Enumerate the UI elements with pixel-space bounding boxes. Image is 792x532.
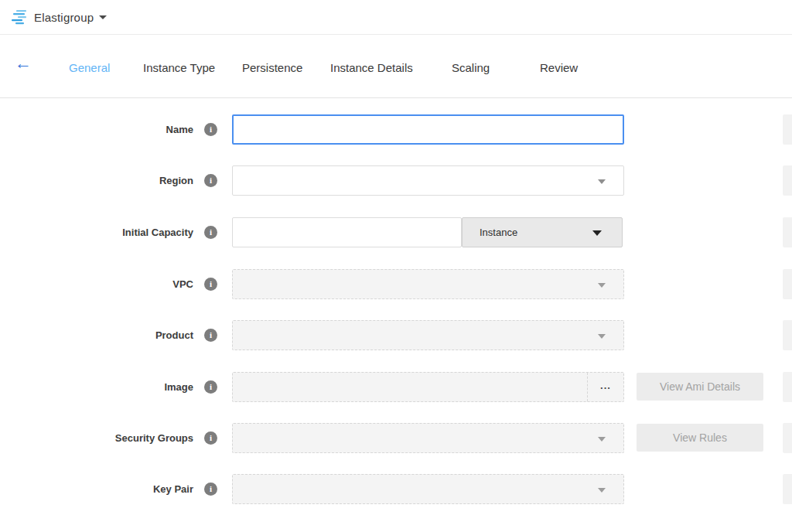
region-label: Region: [159, 165, 193, 196]
product-label: Product: [155, 320, 193, 350]
chevron-down-icon: [592, 230, 602, 236]
capacity-unit-value: Instance: [480, 218, 517, 247]
info-icon[interactable]: i: [204, 174, 217, 187]
chevron-down-icon: [598, 334, 606, 339]
clipped-edge-element: [783, 372, 792, 402]
clipped-edge-element: [783, 320, 792, 350]
form-row-product: Product i: [0, 320, 792, 350]
tab-persistence[interactable]: Persistence: [242, 61, 302, 74]
tab-instance-type[interactable]: Instance Type: [143, 61, 215, 74]
tab-review[interactable]: Review: [540, 61, 578, 74]
region-select[interactable]: [232, 165, 624, 196]
form-row-name: Name i: [0, 114, 792, 145]
image-picker-disabled: ...: [232, 372, 624, 402]
clipped-edge-element: [783, 217, 792, 247]
wizard-tab-bar: ← General Instance Type Persistence Inst…: [0, 36, 792, 98]
info-icon[interactable]: i: [204, 483, 217, 496]
form-row-initial-capacity: Initial Capacity i Instance: [0, 217, 792, 247]
vpc-select-disabled: [232, 269, 624, 299]
app-header: Elastigroup: [0, 0, 792, 35]
info-icon[interactable]: i: [204, 278, 217, 291]
chevron-down-icon: [598, 437, 606, 442]
elastigroup-create-page: Elastigroup ← General Instance Type Pers…: [0, 0, 792, 532]
tab-scaling[interactable]: Scaling: [452, 61, 490, 74]
name-input[interactable]: [234, 116, 623, 143]
info-icon[interactable]: i: [204, 123, 217, 136]
clipped-edge-element: [783, 114, 792, 145]
security-groups-label: Security Groups: [115, 423, 193, 453]
view-ami-details-button: View Ami Details: [637, 373, 763, 401]
browse-ellipsis-button: ...: [587, 373, 623, 401]
tab-instance-details[interactable]: Instance Details: [330, 61, 413, 74]
form-row-vpc: VPC i: [0, 269, 792, 299]
info-icon[interactable]: i: [204, 431, 217, 445]
clipped-edge-element: [783, 423, 792, 453]
chevron-down-icon: [598, 488, 606, 493]
security-groups-select-disabled: [232, 423, 624, 453]
elastigroup-logo-icon[interactable]: [12, 9, 29, 26]
form-row-key-pair: Key Pair i: [0, 474, 792, 504]
chevron-down-icon: [598, 179, 606, 184]
clipped-edge-element: [783, 474, 792, 504]
info-icon[interactable]: i: [204, 226, 217, 239]
initial-capacity-label: Initial Capacity: [122, 217, 193, 247]
name-label: Name: [166, 114, 193, 145]
vpc-label: VPC: [172, 269, 193, 299]
view-rules-button: View Rules: [637, 424, 763, 452]
key-pair-label: Key Pair: [153, 474, 193, 504]
initial-capacity-input-wrap: [232, 217, 462, 247]
form-row-image: Image i ... View Ami Details: [0, 372, 792, 402]
initial-capacity-input[interactable]: [233, 218, 461, 247]
chevron-down-icon: [598, 283, 606, 288]
product-switcher-caret-icon[interactable]: [99, 15, 107, 19]
clipped-edge-element: [783, 269, 792, 299]
image-label: Image: [164, 372, 193, 402]
form-row-security-groups: Security Groups i View Rules: [0, 423, 792, 453]
key-pair-select-disabled: [232, 474, 624, 504]
product-select-disabled: [232, 320, 624, 350]
name-input-wrap: [232, 114, 624, 145]
info-icon[interactable]: i: [204, 380, 217, 394]
back-arrow-icon[interactable]: ←: [15, 55, 32, 72]
product-switcher-label[interactable]: Elastigroup: [34, 11, 94, 24]
info-icon[interactable]: i: [204, 329, 217, 342]
capacity-unit-select[interactable]: Instance: [462, 217, 623, 247]
clipped-edge-element: [783, 165, 792, 196]
tab-general[interactable]: General: [69, 61, 110, 74]
form-row-region: Region i: [0, 165, 792, 196]
